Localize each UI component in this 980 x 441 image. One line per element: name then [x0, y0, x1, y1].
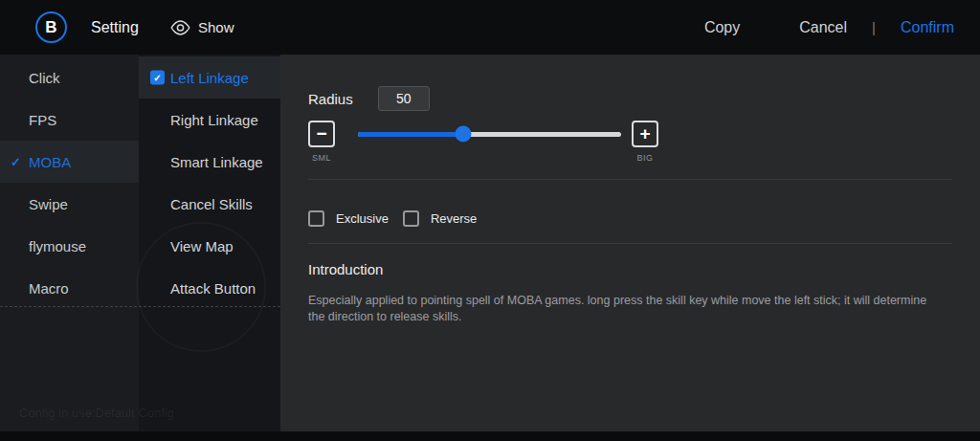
sidebar-item-macro[interactable]: Macro — [0, 267, 139, 309]
submenu-item-cancel-skills[interactable]: Cancel Skills — [139, 183, 280, 225]
sidebar-item-label: FPS — [29, 112, 56, 128]
cancel-button[interactable]: Cancel — [799, 19, 847, 36]
exclusive-option[interactable]: Exclusive — [308, 210, 389, 227]
increase-radius-button[interactable]: + — [632, 121, 658, 147]
app-logo-letter: B — [45, 18, 56, 37]
decrease-radius-button[interactable]: − — [308, 121, 335, 147]
show-toggle[interactable]: Show — [169, 0, 234, 55]
moba-submenu: ✓ Left Linkage Right Linkage Smart Linka… — [139, 55, 280, 441]
plus-icon: + — [639, 123, 650, 144]
radius-slider-row: − + — [308, 121, 658, 147]
radius-label: Radius — [308, 91, 353, 107]
submenu-item-view-map[interactable]: View Map — [139, 225, 280, 267]
eye-icon — [169, 20, 191, 35]
section-divider — [308, 179, 952, 180]
submenu-item-label: Cancel Skills — [170, 196, 253, 212]
settings-panel: Radius 50 − + SML BIG Exclusive Reverse … — [280, 55, 980, 441]
reverse-checkbox[interactable] — [403, 210, 419, 227]
sidebar-item-label: Macro — [29, 280, 69, 297]
submenu-item-left-linkage[interactable]: ✓ Left Linkage — [139, 56, 280, 99]
slider-thumb[interactable] — [456, 126, 472, 143]
submenu-item-label: Smart Linkage — [170, 154, 263, 170]
topbar-separator: | — [872, 19, 876, 35]
confirm-button[interactable]: Confirm — [901, 19, 954, 36]
submenu-item-label: Attack Button — [170, 280, 256, 297]
introduction-heading: Introduction — [308, 261, 383, 277]
sidebar-item-click[interactable]: Click — [0, 56, 139, 99]
submenu-item-right-linkage[interactable]: Right Linkage — [139, 99, 280, 141]
slider-max-label: BIG — [632, 153, 658, 163]
reverse-label: Reverse — [431, 211, 477, 226]
options-row: Exclusive Reverse — [308, 209, 477, 227]
app-logo[interactable]: B — [35, 11, 67, 43]
introduction-body: Especially applied to pointing spell of … — [308, 293, 940, 324]
radius-value-badge: 50 — [378, 86, 430, 111]
section-divider — [308, 243, 952, 244]
sidebar-dashed-divider — [0, 306, 280, 307]
exclusive-checkbox[interactable] — [308, 210, 324, 227]
sidebar-item-label: flymouse — [29, 238, 86, 254]
sidebar-item-flymouse[interactable]: flymouse — [0, 225, 139, 267]
show-label: Show — [198, 19, 234, 35]
slider-fill — [358, 132, 463, 137]
exclusive-label: Exclusive — [336, 211, 389, 226]
game-controls-settings-window: { "colors": { "accent_blue": "#1a73e8", … — [0, 0, 980, 441]
sidebar-item-fps[interactable]: FPS — [0, 99, 139, 141]
top-bar: B Setting Show Copy Cancel | Confirm — [0, 0, 980, 55]
slider-min-label: SML — [308, 153, 335, 163]
config-in-use-text: Config in use:Default Config — [19, 406, 174, 420]
submenu-item-label: View Map — [170, 238, 234, 254]
mode-sidebar: Click FPS ✓ MOBA Swipe flymouse Macro — [0, 55, 139, 441]
sidebar-item-moba[interactable]: ✓ MOBA — [0, 141, 139, 183]
sidebar-item-label: Swipe — [29, 196, 68, 212]
reverse-option[interactable]: Reverse — [403, 210, 477, 227]
submenu-item-attack-button[interactable]: Attack Button — [139, 267, 280, 309]
submenu-item-label: Right Linkage — [170, 112, 258, 128]
radius-row: Radius 50 — [308, 86, 430, 111]
submenu-item-label: Left Linkage — [170, 70, 249, 86]
sidebar-item-swipe[interactable]: Swipe — [0, 183, 139, 225]
topbar-actions: Copy Cancel | Confirm — [704, 0, 954, 55]
radius-slider[interactable] — [358, 121, 621, 147]
check-icon: ✓ — [11, 155, 21, 169]
page-title: Setting — [91, 0, 139, 55]
checked-checkbox-icon[interactable]: ✓ — [150, 71, 165, 85]
sidebar-item-label: MOBA — [29, 154, 71, 170]
submenu-item-smart-linkage[interactable]: Smart Linkage — [139, 141, 280, 183]
bottom-black-strip — [0, 431, 980, 441]
minus-icon: − — [316, 123, 326, 144]
copy-button[interactable]: Copy — [704, 19, 740, 36]
sidebar-item-label: Click — [29, 70, 60, 86]
